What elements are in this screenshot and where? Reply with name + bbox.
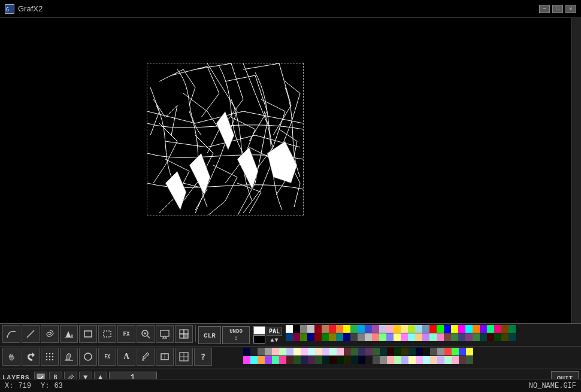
color-swatch[interactable] [423,348,430,355]
color-swatch[interactable] [437,348,444,355]
color-swatch[interactable] [336,333,343,341]
color-swatch[interactable] [300,333,307,341]
color-swatch[interactable] [337,348,344,355]
color-swatch[interactable] [394,356,401,364]
color-swatch[interactable] [415,333,422,341]
color-swatch[interactable] [451,325,458,333]
color-swatch[interactable] [494,325,501,333]
color-swatch[interactable] [487,325,494,333]
color-swatch[interactable] [437,325,444,333]
clr-button[interactable]: CLR [198,326,221,344]
color-swatch[interactable] [444,348,452,355]
text-tool-btn[interactable]: A [117,348,135,366]
color-swatch[interactable] [372,333,379,341]
color-swatch[interactable] [286,325,293,333]
color-swatch[interactable] [350,325,358,333]
color-swatch[interactable] [358,356,365,364]
color-swatch[interactable] [416,356,423,364]
color-swatch[interactable] [444,333,451,341]
dotgrid-tool-btn[interactable] [41,348,59,366]
color-swatch[interactable] [308,348,315,355]
fill-tool-btn[interactable] [60,325,78,343]
color-swatch[interactable] [258,356,265,364]
minimize-button[interactable]: — [539,5,550,13]
color-swatch[interactable] [243,348,250,355]
color-swatch[interactable] [473,333,480,341]
color-swatch[interactable] [430,348,437,355]
rect-tool-btn[interactable] [79,325,97,343]
color-swatch[interactable] [307,333,314,341]
color-swatch[interactable] [329,325,336,333]
color-swatch[interactable] [437,356,444,364]
circle-tool-btn[interactable] [79,348,97,366]
grid-tool-btn[interactable] [175,348,193,366]
color-swatch[interactable] [272,356,279,364]
color-swatch[interactable] [465,333,473,341]
background-color[interactable] [253,335,265,344]
fg-arrow[interactable]: ▲ [271,337,274,344]
bucket-tool-btn[interactable] [60,348,78,366]
color-swatch[interactable] [336,325,343,333]
color-palette-2[interactable] [243,348,473,367]
color-swatch[interactable] [387,356,394,364]
color-swatch[interactable] [344,348,351,355]
color-swatch[interactable] [394,325,401,333]
help-tool-btn[interactable]: ? [194,348,212,366]
color-swatch[interactable] [358,348,365,355]
color-swatch[interactable] [329,356,337,364]
color-swatch[interactable] [452,348,459,355]
color-swatch[interactable] [337,356,344,364]
undo-button[interactable]: UNDO ↕ [222,326,250,344]
color-swatch[interactable] [480,333,487,341]
curve-tool-btn[interactable] [2,325,20,343]
color-swatch[interactable] [301,348,308,355]
color-swatch[interactable] [286,356,293,364]
color-swatch[interactable] [451,333,458,341]
color-swatch[interactable] [501,333,509,341]
color-swatch[interactable] [401,325,408,333]
color-swatch[interactable] [379,325,386,333]
fx2-tool-btn[interactable]: FX [98,348,116,366]
color-swatch[interactable] [322,356,329,364]
color-swatch[interactable] [314,325,322,333]
pixel-canvas[interactable] [147,63,303,215]
color-swatch[interactable] [343,333,350,341]
color-swatch[interactable] [365,333,372,341]
color-swatch[interactable] [329,348,337,355]
color-swatch[interactable] [293,325,300,333]
color-swatch[interactable] [458,333,465,341]
color-swatch[interactable] [458,325,465,333]
right-scrollbar[interactable] [571,18,581,323]
color-swatch[interactable] [286,348,293,355]
color-swatch[interactable] [466,356,473,364]
color-swatch[interactable] [315,356,322,364]
color-swatch[interactable] [415,325,422,333]
color-palette[interactable] [286,325,579,345]
maximize-button[interactable]: □ [552,5,563,13]
color-swatch[interactable] [487,333,494,341]
color-swatch[interactable] [509,325,516,333]
color-swatch[interactable] [423,356,430,364]
color-swatch[interactable] [459,356,466,364]
color-swatch[interactable] [452,356,459,364]
color-swatch[interactable] [351,348,358,355]
window-controls[interactable]: — □ ✕ [539,5,576,13]
color-swatch[interactable] [408,348,416,355]
color-swatch[interactable] [459,348,466,355]
sel2-tool-btn[interactable] [156,348,174,366]
color-swatch[interactable] [250,348,258,355]
lasso-tool-btn[interactable] [41,325,59,343]
color-swatch[interactable] [422,325,429,333]
color-swatch[interactable] [437,333,444,341]
color-swatch[interactable] [401,348,408,355]
color-swatch[interactable] [494,333,501,341]
color-swatch[interactable] [408,356,416,364]
color-swatch[interactable] [293,333,300,341]
line-tool-btn[interactable] [22,325,40,343]
color-swatch[interactable] [279,348,286,355]
color-swatch[interactable] [430,356,437,364]
foreground-color[interactable] [253,326,265,335]
color-swatch[interactable] [408,325,415,333]
color-swatch[interactable] [265,348,272,355]
color-swatch[interactable] [365,356,373,364]
